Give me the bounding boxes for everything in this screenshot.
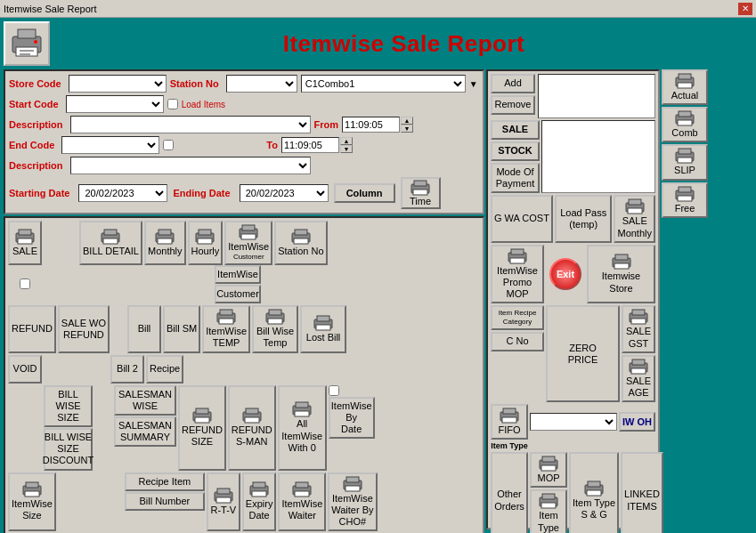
remove-button[interactable]: Remove: [491, 95, 535, 115]
customer-sub-btn[interactable]: Customer: [215, 285, 261, 303]
bill-wise-temp-button[interactable]: Bill Wise Temp: [252, 305, 298, 352]
refund-sman-btn[interactable]: REFUND S-MAN: [228, 385, 276, 471]
zero-price-btn[interactable]: ZERO PRICE: [546, 305, 620, 402]
item-recipe-category-btn[interactable]: Item Recipe Category: [491, 305, 544, 329]
recipe-button[interactable]: Recipe: [146, 355, 183, 384]
itemwise-store-label: Itemwise Store: [590, 271, 652, 294]
buttons-grid-section: SALE BILL DETAIL: [4, 216, 484, 533]
from-time-up[interactable]: ▲: [401, 117, 413, 125]
svg-rect-22: [242, 225, 255, 230]
time-button[interactable]: Time: [401, 177, 441, 209]
sale-wo-refund-button[interactable]: SALE WO REFUND: [58, 305, 110, 352]
store-code-select[interactable]: [69, 75, 167, 93]
comb-btn[interactable]: Comb: [662, 107, 708, 142]
bill-detail-button[interactable]: BILL DETAIL: [79, 221, 142, 265]
rtv-btn[interactable]: R-T-V: [207, 472, 240, 532]
sale-age-btn[interactable]: SALE AGE: [622, 355, 655, 402]
bill-sm-button[interactable]: Bill SM: [163, 305, 200, 352]
sale-checkbox[interactable]: [20, 279, 30, 289]
svg-rect-119: [541, 503, 556, 508]
to-time-input[interactable]: 11:09:05: [281, 137, 339, 153]
other-orders-btn[interactable]: Other Orders: [491, 452, 528, 533]
btn-row-3: VOID Bill 2 Recipe: [8, 355, 480, 384]
itemwise-by-date-btn[interactable]: ItemWise By Date: [329, 397, 375, 440]
salesman-wise-btn[interactable]: SALESMAN WISE: [114, 385, 176, 416]
station-no-button[interactable]: Station No: [274, 221, 327, 265]
iw-oh-label: IW OH: [622, 416, 652, 428]
refund-button[interactable]: REFUND: [8, 305, 56, 352]
ending-date-select[interactable]: 20/02/2023: [240, 184, 329, 202]
expiry-date-btn[interactable]: Expiry Date: [242, 472, 277, 532]
station-no-label: Station No: [170, 78, 223, 89]
sale-monthly-btn[interactable]: SALE Monthly: [614, 195, 655, 242]
item-type-label: Item Type: [491, 441, 527, 450]
all-itemwise-btn[interactable]: All ItemWise With 0: [278, 385, 327, 471]
to-time-down[interactable]: ▼: [340, 145, 353, 153]
start-code-select[interactable]: [66, 95, 164, 113]
sale-gst-btn[interactable]: SALE GST: [622, 305, 655, 352]
salesman-summary-btn[interactable]: SALESMAN SUMMARY: [114, 416, 176, 447]
itemwise-by-date-chk[interactable]: [329, 385, 339, 396]
itemwise-size-btn[interactable]: ItemWise Size: [8, 472, 56, 532]
svg-rect-113: [502, 417, 516, 423]
from-time-input[interactable]: 11:09:05: [342, 117, 400, 133]
hourly-button[interactable]: Hourly: [188, 221, 224, 265]
end-code-select[interactable]: [61, 136, 159, 154]
sale-stock-col: SALE STOCK Mode Of Payment: [491, 120, 540, 193]
load-items-checkbox[interactable]: [167, 99, 178, 109]
stock-btn[interactable]: STOCK: [491, 141, 540, 161]
form-row-1: Store Code Station No C1Combo1 ▼: [9, 75, 479, 93]
free-btn[interactable]: Free: [662, 182, 708, 218]
itemwise-waiter-btn[interactable]: ItemWise Waiter: [278, 472, 326, 532]
bill-wise-size-btn[interactable]: BILL WISE SIZE: [44, 385, 93, 428]
from-time-down[interactable]: ▼: [401, 125, 413, 133]
monthly-button[interactable]: Monthly: [144, 221, 186, 265]
fifo-btn[interactable]: FIFO: [491, 404, 528, 440]
itemwise-promo-mop-btn[interactable]: ItemWise Promo MOP: [491, 245, 544, 304]
c-no-btn[interactable]: C No: [491, 332, 544, 351]
description1-select[interactable]: [70, 116, 311, 133]
slip-btn[interactable]: SLIP: [662, 144, 708, 180]
sale-center-btn[interactable]: SALE: [491, 120, 540, 140]
actual-btn[interactable]: Actual: [662, 69, 708, 105]
description2-select[interactable]: [70, 157, 311, 174]
mode-of-payment-btn[interactable]: Mode Of Payment: [491, 163, 540, 193]
itemwise-temp-button[interactable]: ItemWise TEMP: [202, 305, 250, 352]
exit-button[interactable]: Exit: [549, 258, 581, 290]
linked-items-btn[interactable]: LINKED ITEMS: [621, 452, 663, 533]
end-code-checkbox[interactable]: [163, 140, 174, 150]
svg-rect-115: [542, 456, 555, 462]
refund-size-btn[interactable]: REFUND SIZE: [178, 385, 226, 471]
itemwise-button[interactable]: ItemWise Customer: [224, 221, 272, 265]
gwa-cost-btn[interactable]: G WA COST: [491, 195, 553, 242]
starting-date-select[interactable]: 20/02/2023: [78, 184, 167, 202]
to-time-up[interactable]: ▲: [340, 137, 353, 145]
bill-number-btn[interactable]: Bill Number: [125, 492, 205, 511]
forms-section: Store Code Station No C1Combo1 ▼ Start C…: [4, 69, 484, 214]
recipe-item-btn[interactable]: Recipe Item: [125, 472, 205, 491]
from-time-spinner: 11:09:05 ▲ ▼: [342, 117, 413, 133]
sale-monthly-label: SALE Monthly: [617, 215, 652, 238]
station-no-select[interactable]: [226, 75, 297, 93]
bill-wise-size-disc-btn[interactable]: BILL WISE SIZE DISCOUNT: [44, 428, 93, 471]
item-type-sg-btn[interactable]: Item Type S & G: [569, 452, 619, 533]
itemwise-store-btn[interactable]: Itemwise Store: [587, 245, 655, 304]
sale-button[interactable]: SALE: [8, 221, 42, 265]
void-button[interactable]: VOID: [8, 355, 42, 384]
mop-btn[interactable]: MOP: [530, 452, 567, 488]
bill-button[interactable]: Bill: [127, 305, 161, 352]
bill2-button[interactable]: Bill 2: [110, 355, 144, 384]
column-button[interactable]: Column: [334, 183, 395, 203]
close-button[interactable]: ✕: [738, 3, 752, 15]
itemwise-sub-btn[interactable]: ItemWise: [215, 265, 261, 284]
load-pass-btn[interactable]: Load Pass (temp): [555, 195, 613, 242]
combo1-select[interactable]: C1Combo1: [301, 75, 466, 93]
itemwise-waiter-cho-btn[interactable]: ItemWise Waiter By CHO#: [328, 472, 377, 532]
item-type-size-btn[interactable]: Item Type Size: [530, 489, 567, 533]
lost-bill-button[interactable]: Lost Bill: [300, 305, 346, 352]
svg-rect-38: [195, 417, 209, 423]
item-type-combo[interactable]: [530, 413, 617, 431]
add-button[interactable]: Add: [491, 74, 535, 93]
bill-sm-btn-label: Bill SM: [167, 323, 197, 335]
iw-oh-btn[interactable]: IW OH: [619, 412, 655, 432]
